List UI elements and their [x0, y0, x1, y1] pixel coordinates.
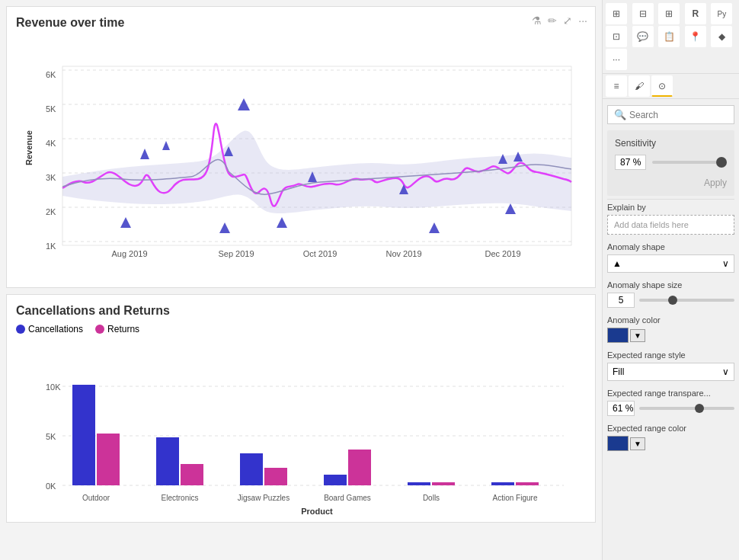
- icon-bubble[interactable]: 💬: [632, 26, 654, 47]
- x-cat-actionfig: Action Figure: [493, 494, 538, 502]
- settings-area: Explain by Add data fields here Anomaly …: [603, 196, 739, 560]
- y-label-1k: 1K: [46, 242, 56, 251]
- search-input[interactable]: [629, 110, 739, 120]
- bar-jigsaw-returns: [264, 468, 287, 485]
- bar-electronics-cancellations: [156, 437, 179, 485]
- sensitivity-value[interactable]: 87 %: [615, 155, 646, 170]
- edit-icon[interactable]: ✏: [548, 14, 557, 27]
- expected-range-transparency-section: Expected range transpare... 61 %: [607, 389, 734, 416]
- anomaly-size-label: Anomaly shape size: [607, 280, 734, 290]
- anomaly-color-swatch[interactable]: [607, 328, 629, 343]
- bar-chart-title: Cancellations and Returns: [16, 304, 586, 318]
- icon-grid[interactable]: ⊞: [606, 3, 627, 24]
- y-label-4k: 4K: [46, 139, 56, 148]
- x-cat-boardgames: Board Games: [324, 494, 371, 502]
- legend-cancellations-label: Cancellations: [28, 324, 83, 334]
- right-panel: ⊞ ⊟ ⊞ R Py ⊡ 💬 📋 📍 ◆ ··· ≡ 🖌 ⊙ 🔍 Sensiti…: [602, 0, 739, 560]
- x-label-sep: Sep 2019: [218, 249, 254, 258]
- y-label-3k: 3K: [46, 173, 56, 182]
- main-content: Revenue over time ⚗ ✏ ⤢ ··· 1K 2K 3K 4K …: [0, 0, 602, 560]
- icon-py[interactable]: Py: [711, 3, 732, 24]
- icon-r[interactable]: R: [685, 3, 706, 24]
- expected-range-band: [62, 131, 571, 213]
- explain-by-dropzone[interactable]: Add data fields here: [607, 215, 734, 235]
- anomaly-up-5: [505, 203, 516, 214]
- anomaly-up-4: [429, 222, 440, 233]
- anomaly-shape-dropdown[interactable]: ▲ ∨: [607, 254, 734, 273]
- icon-more-1[interactable]: ···: [606, 49, 627, 70]
- icon-matrix[interactable]: ⊞: [658, 3, 680, 24]
- expected-range-transparency-input[interactable]: 61 %: [607, 401, 635, 416]
- anomaly-color-label: Anomaly color: [607, 315, 734, 325]
- x-cat-electronics: Electronics: [162, 494, 199, 502]
- icon-kpi[interactable]: ⊡: [606, 26, 627, 47]
- anomaly-shape-label: Anomaly shape: [607, 242, 734, 251]
- sensitivity-slider[interactable]: [652, 161, 727, 164]
- icon-doc[interactable]: 📋: [658, 26, 680, 47]
- bar-electronics-returns: [181, 464, 203, 485]
- anomaly-color-section: Anomaly color ▼: [607, 315, 734, 343]
- expand-icon[interactable]: ⤢: [563, 14, 572, 27]
- bar-dolls-returns: [432, 482, 455, 485]
- anomaly-up-1: [120, 217, 131, 228]
- svg-rect-6: [62, 66, 571, 245]
- explain-by-section: Explain by Add data fields here: [607, 199, 734, 235]
- icon-table[interactable]: ⊟: [632, 3, 654, 24]
- anomaly-color-dropdown[interactable]: ▼: [630, 329, 645, 342]
- filter-icon[interactable]: ⚗: [532, 14, 542, 27]
- chevron-down-icon-2: ∨: [722, 366, 729, 377]
- anomaly-size-section: Anomaly shape size 5: [607, 280, 734, 308]
- chart-toolbar: ⚗ ✏ ⤢ ···: [532, 14, 587, 27]
- y-label-5k: 5K: [46, 104, 56, 114]
- x-cat-outdoor: Outdoor: [82, 494, 110, 502]
- expected-range-color-section: Expected range color ▼: [607, 424, 734, 451]
- explain-by-label: Explain by: [607, 203, 734, 212]
- bar-outdoor-returns: [97, 434, 120, 485]
- expected-range-transparency-control: 61 %: [607, 401, 734, 416]
- x-label-oct: Oct 2019: [303, 249, 338, 258]
- bar-y-10k: 10K: [46, 382, 61, 392]
- anomaly-size-slider[interactable]: [639, 299, 734, 302]
- anomaly-size-control: 5: [607, 293, 734, 308]
- x-label-dec: Dec 2019: [485, 249, 520, 258]
- revenue-chart-container: Revenue over time ⚗ ✏ ⤢ ··· 1K 2K 3K 4K …: [6, 6, 596, 288]
- y-label-2k: 2K: [46, 207, 56, 216]
- bar-y-5k: 5K: [46, 432, 56, 441]
- bar-y-0k: 0K: [46, 482, 56, 491]
- bar-actionfig-cancellations: [491, 482, 514, 485]
- bar-chart-svg: 0K 5K 10K: [16, 341, 586, 516]
- bar-boardgames-returns: [348, 450, 371, 485]
- icon-map[interactable]: 📍: [685, 26, 706, 47]
- expected-range-transparency-slider[interactable]: [639, 407, 734, 410]
- sensitivity-label: Sensitivity: [615, 138, 727, 149]
- legend-cancellations: Cancellations: [16, 324, 83, 334]
- legend-returns-label: Returns: [107, 324, 139, 334]
- icon-diamond[interactable]: ◆: [711, 26, 732, 47]
- icon-analytics[interactable]: ⊙: [651, 75, 673, 97]
- y-axis-title: Revenue: [24, 130, 34, 165]
- anomaly-size-input[interactable]: 5: [607, 293, 635, 308]
- expected-range-style-label: Expected range style: [607, 350, 734, 360]
- icon-grid2[interactable]: ≡: [606, 75, 627, 97]
- bar-chart-container: Cancellations and Returns Cancellations …: [6, 294, 596, 523]
- bar-boardgames-cancellations: [324, 475, 347, 485]
- expected-range-color-dropdown[interactable]: ▼: [630, 437, 645, 450]
- search-box[interactable]: 🔍: [607, 105, 734, 124]
- bar-jigsaw-cancellations: [240, 453, 263, 485]
- icon-brush[interactable]: 🖌: [629, 75, 650, 97]
- x-cat-jigsaw: Jigsaw Puzzles: [238, 494, 290, 502]
- more-icon[interactable]: ···: [578, 14, 587, 27]
- anomaly-marker-3: [162, 141, 170, 150]
- legend-returns-dot: [95, 325, 104, 334]
- bar-actionfig-returns: [516, 482, 539, 485]
- y-label-6k: 6K: [46, 70, 56, 79]
- x-cat-dolls: Dolls: [423, 494, 440, 502]
- expected-range-style-section: Expected range style Fill ∨: [607, 350, 734, 381]
- bar-x-title: Product: [301, 507, 333, 516]
- toolbar-top: ⊞ ⊟ ⊞ R Py ⊡ 💬 📋 📍 ◆ ···: [603, 0, 739, 74]
- bar-dolls-cancellations: [408, 482, 430, 485]
- revenue-chart-title: Revenue over time: [16, 16, 586, 30]
- expected-range-color-swatch[interactable]: [607, 436, 629, 451]
- apply-button[interactable]: Apply: [615, 178, 727, 188]
- expected-range-style-dropdown[interactable]: Fill ∨: [607, 363, 734, 381]
